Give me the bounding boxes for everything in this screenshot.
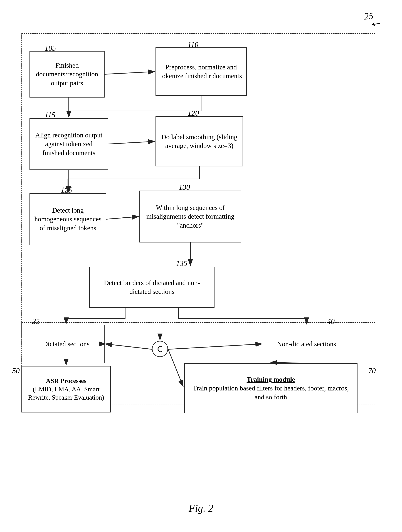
label-40: 40: [327, 317, 335, 326]
box-135-text: Detect borders of dictated and non-dicta…: [93, 279, 210, 296]
box-120: Do label smoothing (sliding average, win…: [155, 116, 243, 166]
figure-label: Fig. 2: [189, 502, 213, 514]
page-number: 25: [364, 10, 374, 22]
box-125: Detect long homogeneous sequences of mis…: [30, 193, 106, 245]
box-110: Preprocess, normalize and tokenize finis…: [155, 47, 247, 96]
box-115-text: Align recognition output against tokeniz…: [34, 131, 104, 157]
box-70-content: Training module Train population based f…: [188, 375, 353, 402]
box-50-title: ASR Processes: [25, 377, 107, 385]
box-50: ASR Processes (LMID, LMA, AA, Smart Rewr…: [21, 366, 111, 412]
box-130: Within long sequences of misalignments d…: [139, 190, 241, 242]
label-120: 120: [188, 109, 199, 117]
box-35-text: Dictated sections: [43, 340, 90, 348]
connector-c: C: [152, 341, 168, 357]
box-130-text: Within long sequences of misalignments d…: [143, 203, 237, 230]
box-125-text: Detect long homogeneous sequences of mis…: [34, 206, 102, 232]
box-40-text: Non-dictated sections: [277, 340, 336, 348]
label-50: 50: [12, 367, 20, 375]
label-35: 35: [32, 317, 40, 326]
label-135: 135: [176, 259, 187, 268]
connector-c-label: C: [157, 344, 163, 354]
label-105: 105: [45, 44, 56, 52]
page: 25 ↗ Finished documents/recognition outp…: [0, 0, 402, 532]
label-70: 70: [368, 367, 376, 375]
box-110-text: Preprocess, normalize and tokenize finis…: [160, 63, 242, 81]
box-120-text: Do label smoothing (sliding average, win…: [160, 133, 239, 150]
box-50-subtitle: (LMID, LMA, AA, Smart Rewrite, Speaker E…: [25, 385, 107, 402]
box-50-content: ASR Processes (LMID, LMA, AA, Smart Rewr…: [25, 377, 107, 402]
label-115: 115: [45, 111, 56, 119]
box-70-title: Training module: [188, 375, 353, 384]
box-40: Non-dictated sections: [263, 325, 350, 363]
box-105-text: Finished documents/recognition output pa…: [34, 61, 100, 88]
box-35: Dictated sections: [28, 325, 105, 363]
box-115: Align recognition output against tokeniz…: [30, 118, 108, 170]
label-125: 125: [61, 186, 72, 194]
box-105: Finished documents/recognition output pa…: [30, 51, 105, 97]
box-135: Detect borders of dictated and non-dicta…: [89, 267, 215, 308]
box-70-subtitle: Train population based filters for heade…: [188, 384, 353, 402]
box-70: Training module Train population based f…: [184, 363, 358, 413]
label-110: 110: [188, 40, 198, 49]
label-130: 130: [179, 183, 190, 191]
